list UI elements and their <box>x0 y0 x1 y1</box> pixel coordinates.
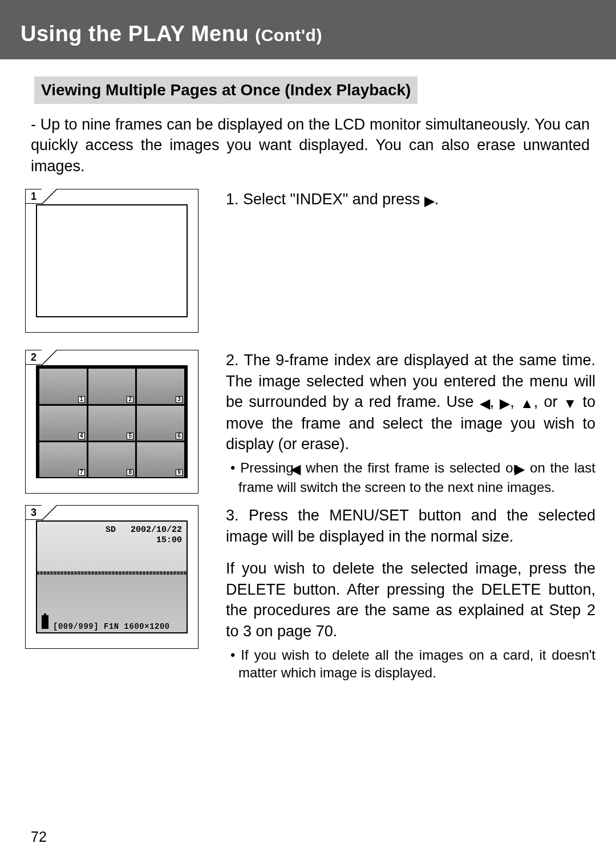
thumbnail-grid: 1 2 3 4 5 6 7 8 9 <box>37 366 187 478</box>
thumb-1: 1 <box>39 369 87 403</box>
section-heading: Viewing Multiple Pages at Once (Index Pl… <box>34 76 418 104</box>
thumb-8: 8 <box>88 442 136 477</box>
overlay-time: 15:00 <box>156 535 182 545</box>
battery-icon <box>42 615 48 629</box>
page-number: 72 <box>31 829 47 845</box>
title-cont: (Cont'd) <box>255 26 322 45</box>
page-header: Using the PLAY Menu (Cont'd) <box>0 0 616 59</box>
figure-3: 3 SD 2002/10/22 15:00 [009/999] F1N 1600… <box>25 505 198 649</box>
figure-1: 1 <box>25 189 198 333</box>
step-3-para2: If you wish to delete the selected image… <box>226 558 595 641</box>
thumb-9: 9 <box>137 442 184 477</box>
step-1-b: . <box>435 191 439 208</box>
step-2-text: 2. The 9-frame index are displayed at th… <box>226 350 595 454</box>
step-row-1: 1 1. Select "INDEX" and press ▶. <box>25 189 595 337</box>
step-1-text: 1. Select "INDEX" and press ▶. <box>226 189 595 210</box>
right-triangle-icon: ▶ <box>424 192 435 210</box>
step-3-bullet: If you wish to delete all the images on … <box>226 646 595 681</box>
figure-2: 2 1 2 3 4 5 6 7 8 9 <box>25 350 198 494</box>
figure-2-number: 2 <box>25 350 42 365</box>
step-2-prefix: 2. <box>226 352 244 369</box>
page-content: Viewing Multiple Pages at Once (Index Pl… <box>0 59 616 681</box>
step-3-text: 3. Press the MENU/SET button and the sel… <box>226 505 595 547</box>
figure-2-screen: 1 2 3 4 5 6 7 8 9 <box>36 365 188 478</box>
thumb-2: 2 <box>88 369 136 403</box>
step-row-2: 2 1 2 3 4 5 6 7 8 9 <box>25 350 595 498</box>
figure-1-screen <box>36 204 188 317</box>
thumb-6: 6 <box>137 406 184 441</box>
figure-3-number: 3 <box>25 505 42 520</box>
step-2-bullet: Pressing ◀ when the first frame is selec… <box>226 459 595 495</box>
overlay-info: [009/999] F1N 1600×1200 <box>53 622 183 631</box>
step-row-3: 3 SD 2002/10/22 15:00 [009/999] F1N 1600… <box>25 505 595 681</box>
figure-3-screen: SD 2002/10/22 15:00 [009/999] F1N 1600×1… <box>36 520 188 633</box>
title-main: Using the PLAY Menu <box>21 22 249 46</box>
thumb-3: 3 <box>137 369 184 403</box>
preview-image: SD 2002/10/22 15:00 [009/999] F1N 1600×1… <box>37 522 187 633</box>
thumb-4: 4 <box>39 406 87 441</box>
thumb-5: 5 <box>88 406 136 441</box>
left-triangle-icon: ◀ <box>480 394 490 413</box>
step-1-prefix: 1. <box>226 191 243 208</box>
up-triangle-icon: ▲ <box>520 394 534 413</box>
down-triangle-icon: ▼ <box>564 394 577 413</box>
manual-page: Using the PLAY Menu (Cont'd) Viewing Mul… <box>0 0 616 868</box>
overlay-date: 2002/10/22 <box>131 525 182 535</box>
overlay-sd: SD <box>106 525 116 535</box>
thumb-7: 7 <box>39 442 87 477</box>
intro-paragraph: Up to nine frames can be displayed on th… <box>31 114 590 176</box>
right-triangle-icon: ▶ <box>500 394 510 413</box>
page-title: Using the PLAY Menu (Cont'd) <box>21 22 595 46</box>
step-3-prefix: 3. <box>226 507 249 524</box>
step-1-a: Select "INDEX" and press <box>243 191 424 208</box>
preview-overlay: SD 2002/10/22 15:00 [009/999] F1N 1600×1… <box>37 522 187 633</box>
figure-1-number: 1 <box>25 189 42 204</box>
